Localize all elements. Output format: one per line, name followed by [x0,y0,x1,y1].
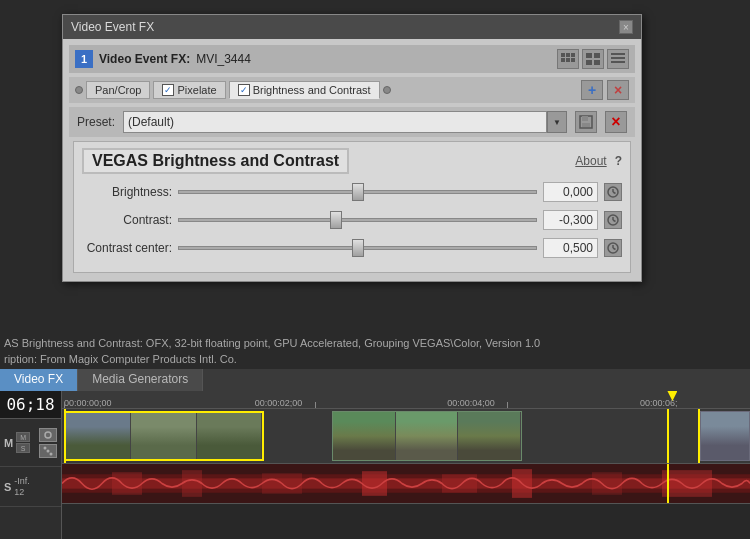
brightness-slider-row: Brightness: 0,000 [82,182,622,202]
svg-rect-14 [582,116,588,121]
fx-header: 1 Video Event FX: MVI_3444 [69,45,635,73]
effect-panel-title: VEGAS Brightness and Contrast [82,148,349,174]
help-link[interactable]: ? [615,154,622,168]
fx-label: Video Event FX: [99,52,190,66]
status-line-2: ription: From Magix Computer Products In… [4,352,746,367]
video-fx-chain-button[interactable] [39,428,57,442]
dialog-close-button[interactable]: × [619,20,633,34]
contrast-label: Contrast: [82,213,172,227]
timeline: 06;18 M M S S -Inf. 12 [0,391,750,539]
tabs-right-buttons: + × [581,80,629,100]
status-bar: AS Brightness and Contrast: OFX, 32-bit … [0,334,750,369]
fx-grid-view-2-button[interactable] [582,49,604,69]
svg-line-18 [613,192,616,194]
video-clip-2[interactable] [332,411,522,461]
effect-panel-header: VEGAS Brightness and Contrast About ? [82,148,622,174]
brightness-value[interactable]: 0,000 [543,182,598,202]
contrast-center-slider-track[interactable] [178,240,537,256]
svg-rect-0 [561,53,565,57]
effect-panel-links: About ? [575,154,622,168]
svg-point-27 [47,449,50,452]
tab-dot-left [75,86,83,94]
add-fx-button[interactable]: + [581,80,603,100]
svg-rect-11 [611,57,625,59]
tab-brightness-label: Brightness and Contrast [253,84,371,96]
contrast-center-label: Contrast center: [82,241,172,255]
timeline-tracks: // Generate waveform-like lines via inli… [62,409,750,539]
contrast-thumb[interactable] [330,211,342,229]
svg-rect-8 [586,60,592,65]
svg-rect-4 [566,58,570,62]
clip-left-edge [64,409,66,463]
fx-grid-view-3-button[interactable] [607,49,629,69]
video-track-m-label: M [4,437,13,449]
svg-rect-5 [571,58,575,62]
timeline-left-panel: 06;18 M M S S -Inf. 12 [0,391,62,539]
tab-pixelate-label: Pixelate [177,84,216,96]
svg-point-25 [45,432,51,438]
timecode-display: 06;18 [0,391,61,419]
svg-rect-35 [362,471,387,496]
tab-video-fx[interactable]: Video FX [0,369,78,391]
svg-rect-10 [611,53,625,55]
remove-fx-button[interactable]: × [607,80,629,100]
about-link[interactable]: About [575,154,606,168]
preset-dropdown-button[interactable]: ▼ [547,111,567,133]
contrast-slider-track[interactable] [178,212,537,228]
tab-pan-crop[interactable]: Pan/Crop [86,81,150,99]
tab-pan-crop-label: Pan/Crop [95,84,141,96]
timeline-ruler: 00:00:00;00 00:00:02;00 00:00:04;00 00:0… [62,391,750,409]
effect-panel: VEGAS Brightness and Contrast About ? Br… [73,141,631,273]
video-track [62,409,750,464]
dialog-titlebar: Video Event FX × [63,15,641,39]
ruler-mark-2: 00:00:04;00 [447,398,495,408]
video-properties-button[interactable] [39,444,57,458]
audio-track: // Generate waveform-like lines via inli… [62,464,750,504]
preset-save-button[interactable] [575,111,597,133]
svg-rect-2 [571,53,575,57]
svg-rect-33 [182,470,202,497]
video-track-icons: M S [16,432,30,453]
tab-media-generators[interactable]: Media Generators [78,369,203,391]
svg-rect-15 [582,123,590,127]
video-mute-button[interactable]: M [16,432,30,442]
brightness-thumb[interactable] [352,183,364,201]
svg-point-28 [50,452,53,455]
contrast-value[interactable]: -0,300 [543,210,598,230]
tab-pixelate[interactable]: ✓ Pixelate [153,81,225,99]
contrast-center-value[interactable]: 0,500 [543,238,598,258]
tab-brightness-contrast[interactable]: ✓ Brightness and Contrast [229,81,380,99]
preset-input[interactable] [123,111,547,133]
video-clip-3-partial[interactable] [700,411,750,461]
video-solo-button[interactable]: S [16,443,30,453]
svg-point-26 [44,446,47,449]
preset-row: Preset: ▼ × [69,107,635,137]
contrast-center-keyframe-button[interactable] [604,239,622,257]
svg-line-21 [613,220,616,222]
video-clip-1[interactable] [64,411,264,461]
audio-track-volume: -Inf. 12 [14,476,30,497]
ruler-mark-0: 00:00:00;00 [64,398,112,408]
svg-rect-38 [592,472,622,495]
dialog-title: Video Event FX [71,20,154,34]
audio-playhead [667,464,669,503]
svg-rect-12 [611,61,625,63]
fx-grid-view-1-button[interactable] [557,49,579,69]
svg-rect-1 [566,53,570,57]
brightness-keyframe-button[interactable] [604,183,622,201]
contrast-slider-row: Contrast: -0,300 [82,210,622,230]
tab-dot-right [383,86,391,94]
tab-pixelate-checkbox[interactable]: ✓ [162,84,174,96]
fx-filename: MVI_3444 [196,52,251,66]
status-line-1: AS Brightness and Contrast: OFX, 32-bit … [4,336,746,351]
fx-tabs-row: Pan/Crop ✓ Pixelate ✓ Brightness and Con… [69,77,635,103]
video-playhead [667,409,669,463]
video-track-label: M M S [0,419,61,467]
fx-number-badge: 1 [75,50,93,68]
brightness-slider-track[interactable] [178,184,537,200]
contrast-center-slider-row: Contrast center: 0,500 [82,238,622,258]
contrast-center-thumb[interactable] [352,239,364,257]
tab-brightness-checkbox[interactable]: ✓ [238,84,250,96]
contrast-keyframe-button[interactable] [604,211,622,229]
preset-delete-button[interactable]: × [605,111,627,133]
